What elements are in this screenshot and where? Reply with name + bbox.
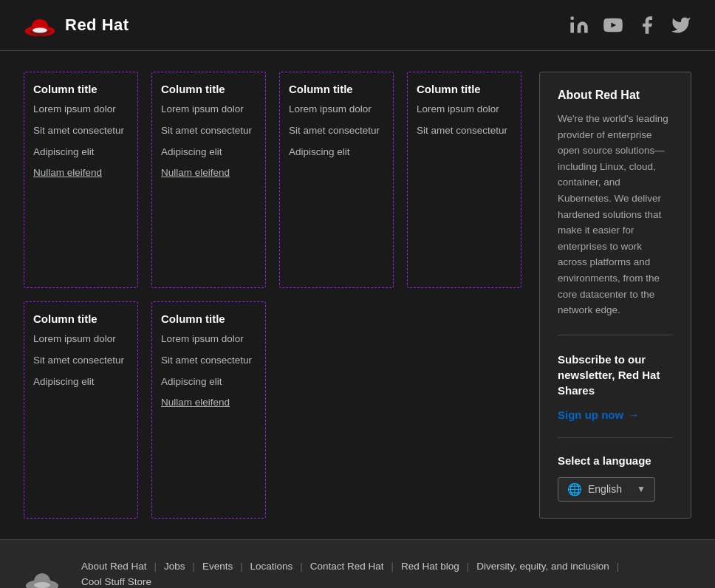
twitter-icon[interactable]: [671, 15, 691, 35]
col-item-1-4-1: Sit amet consectetur: [417, 124, 512, 138]
col-title-1-3: Column title: [289, 83, 384, 95]
col-item-1-1-2: Adipiscing elit: [33, 146, 129, 160]
col-card-2-2: Column title Lorem ipsum dolor Sit amet …: [151, 301, 266, 518]
col-item-1-3-0: Lorem ipsum dolor: [289, 103, 384, 117]
col-card-1-4: Column title Lorem ipsum dolor Sit amet …: [407, 72, 521, 288]
sidebar-about-section: About Red Hat We're the world's leading …: [558, 89, 673, 335]
col-card-1-2: Column title Lorem ipsum dolor Sit amet …: [151, 72, 266, 288]
sidebar-signup-link[interactable]: Sign up now →: [558, 408, 639, 421]
col-item-2-2-2: Adipiscing elit: [161, 375, 256, 389]
footer-links-area: About Red Hat | Jobs | Events | Location…: [81, 561, 691, 588]
col-title-1-1: Column title: [33, 83, 129, 95]
col-item-1-4-0: Lorem ipsum dolor: [417, 103, 512, 117]
chevron-down-icon: ▼: [637, 484, 646, 494]
social-icons-group: [569, 15, 691, 35]
col-item-1-2-1: Sit amet consectetur: [161, 124, 256, 138]
footer-top: About Red Hat | Jobs | Events | Location…: [24, 561, 691, 588]
col-item-2-1-1: Sit amet consectetur: [33, 354, 129, 368]
redhat-logo-icon: [24, 9, 56, 41]
language-select[interactable]: English Español Français Deutsch 日本語 한국어…: [588, 483, 628, 495]
col-title-1-4: Column title: [417, 83, 512, 95]
footer-link-contact[interactable]: Contact Red Hat: [310, 561, 384, 572]
col-item-2-2-1: Sit amet consectetur: [161, 354, 256, 368]
col-title-2-1: Column title: [33, 312, 129, 325]
col-item-2-1-0: Lorem ipsum dolor: [33, 332, 129, 346]
footer-logo-icon: [24, 561, 61, 588]
footer-link-about[interactable]: About Red Hat: [81, 561, 147, 572]
col-link-1-1[interactable]: Nullam eleifend: [33, 167, 129, 178]
col-title-2-2: Column title: [161, 312, 256, 325]
facebook-icon[interactable]: [637, 15, 657, 35]
sidebar-newsletter-section: Subscribe to our newsletter, Red Hat Sha…: [558, 352, 673, 438]
signup-arrow: →: [628, 408, 639, 421]
col-item-2-1-2: Adipiscing elit: [33, 375, 129, 389]
svg-point-4: [32, 28, 47, 33]
col-card-1-3: Column title Lorem ipsum dolor Sit amet …: [279, 72, 394, 288]
sidebar-newsletter-title: Subscribe to our newsletter, Red Hat Sha…: [558, 352, 673, 398]
footer-link-events[interactable]: Events: [202, 561, 233, 572]
sidebar-lang-title: Select a language: [558, 454, 673, 467]
main-content: Column title Lorem ipsum dolor Sit amet …: [0, 51, 715, 539]
col-item-1-1-0: Lorem ipsum dolor: [33, 103, 129, 117]
logo-area: Red Hat: [24, 9, 129, 41]
sidebar-about-text: We're the world's leading provider of en…: [558, 111, 673, 318]
header: Red Hat: [0, 0, 715, 51]
col-item-1-1-1: Sit amet consectetur: [33, 124, 129, 138]
columns-grid: Column title Lorem ipsum dolor Sit amet …: [24, 72, 521, 519]
footer-main-links: About Red Hat | Jobs | Events | Location…: [81, 561, 691, 587]
footer-link-locations[interactable]: Locations: [250, 561, 293, 572]
col-item-1-2-2: Adipiscing elit: [161, 146, 256, 160]
logo-text: Red Hat: [65, 16, 129, 35]
linkedin-icon[interactable]: [569, 15, 589, 35]
svg-point-5: [570, 16, 574, 20]
col-title-1-2: Column title: [161, 83, 256, 95]
sidebar-about-title: About Red Hat: [558, 89, 673, 102]
col-item-1-3-1: Sit amet consectetur: [289, 124, 384, 138]
col-item-1-2-0: Lorem ipsum dolor: [161, 103, 256, 117]
youtube-icon[interactable]: [603, 15, 623, 35]
sidebar-language-section: Select a language 🌐 English Español Fran…: [558, 454, 673, 502]
globe-icon: 🌐: [567, 482, 582, 496]
col-link-2-2[interactable]: Nullam eleifend: [161, 397, 256, 408]
language-select-wrapper[interactable]: 🌐 English Español Français Deutsch 日本語 한…: [558, 477, 655, 502]
col-item-2-2-0: Lorem ipsum dolor: [161, 332, 256, 346]
signup-label: Sign up now: [558, 408, 623, 421]
col-card-2-1: Column title Lorem ipsum dolor Sit amet …: [24, 301, 138, 518]
sidebar: About Red Hat We're the world's leading …: [539, 72, 691, 519]
col-link-1-2[interactable]: Nullam eleifend: [161, 167, 256, 178]
svg-point-9: [34, 582, 50, 588]
footer-link-blog[interactable]: Red Hat blog: [401, 561, 459, 572]
footer-link-store[interactable]: Cool Stuff Store: [81, 576, 151, 587]
col-card-1-1: Column title Lorem ipsum dolor Sit amet …: [24, 72, 138, 288]
footer-link-jobs[interactable]: Jobs: [164, 561, 185, 572]
footer: About Red Hat | Jobs | Events | Location…: [0, 539, 715, 588]
col-item-1-3-2: Adipiscing elit: [289, 146, 384, 160]
footer-link-diversity[interactable]: Diversity, equity, and inclusion: [476, 561, 609, 572]
